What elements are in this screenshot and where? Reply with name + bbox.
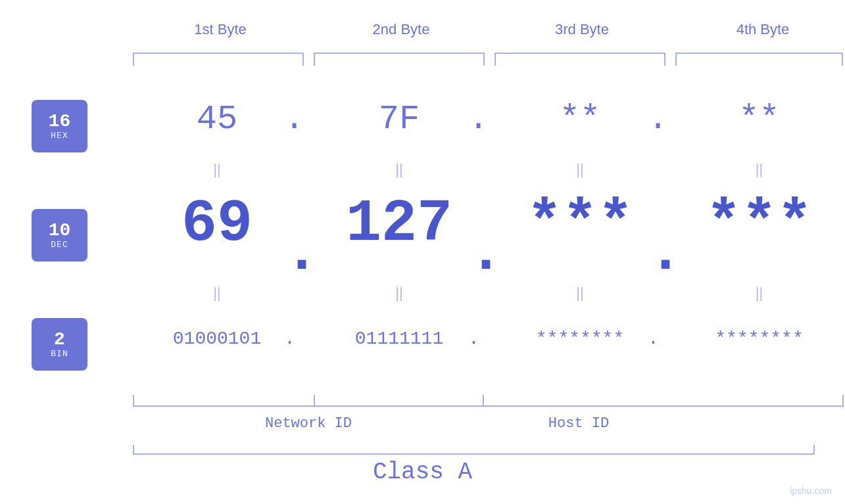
hex-val-4: ** bbox=[675, 100, 843, 139]
badge-hex: 16 HEX bbox=[32, 100, 87, 152]
col-header-3: 3rd Byte bbox=[493, 21, 671, 38]
badge-dec-label: DEC bbox=[51, 240, 68, 250]
col-header-2: 2nd Byte bbox=[312, 21, 490, 38]
dec-val-4: *** bbox=[675, 191, 843, 258]
equals-dec-bin-4: || bbox=[675, 286, 843, 300]
dec-val-2: 127 bbox=[314, 191, 485, 258]
class-label: Class A bbox=[0, 459, 845, 486]
equals-hex-dec-4: || bbox=[675, 162, 843, 177]
dec-val-3: *** bbox=[495, 191, 665, 258]
badge-dec: 10 DEC bbox=[32, 209, 87, 262]
bracket-host-id bbox=[314, 395, 844, 407]
badge-hex-label: HEX bbox=[51, 131, 68, 141]
bin-dot-1: . bbox=[284, 329, 295, 349]
hex-val-1: 45 bbox=[132, 100, 302, 139]
equals-dec-bin-3: || bbox=[495, 286, 665, 300]
bin-val-2: 01111111 bbox=[314, 329, 485, 349]
equals-dec-bin-1: || bbox=[132, 286, 302, 300]
bracket-top-3 bbox=[495, 53, 665, 66]
badge-dec-number: 10 bbox=[49, 221, 71, 240]
equals-dec-bin-2: || bbox=[314, 286, 485, 300]
bin-dot-3: . bbox=[648, 329, 659, 349]
hex-val-3: ** bbox=[495, 100, 665, 139]
hex-dot-2: . bbox=[468, 100, 489, 139]
badge-bin: 2 BIN bbox=[32, 318, 87, 371]
col-header-4: 4th Byte bbox=[674, 21, 845, 38]
equals-hex-dec-2: || bbox=[314, 162, 485, 177]
host-id-label: Host ID bbox=[314, 415, 844, 432]
hex-dot-3: . bbox=[648, 100, 668, 139]
dec-val-1: 69 bbox=[132, 191, 302, 258]
bin-val-3: ******** bbox=[495, 329, 665, 349]
equals-hex-dec-1: || bbox=[132, 162, 302, 177]
equals-hex-dec-3: || bbox=[495, 162, 665, 177]
bin-val-4: ******** bbox=[675, 329, 843, 349]
badge-bin-label: BIN bbox=[51, 349, 68, 359]
bracket-top-1 bbox=[133, 53, 304, 66]
bracket-top-4 bbox=[675, 53, 843, 66]
watermark: ipshu.com bbox=[790, 486, 832, 496]
bin-val-1: 01000101 bbox=[132, 329, 302, 349]
badge-bin-number: 2 bbox=[54, 331, 65, 349]
bin-dot-2: . bbox=[468, 329, 479, 349]
hex-dot-1: . bbox=[284, 100, 304, 139]
badge-hex-number: 16 bbox=[49, 112, 71, 131]
main-container: 16 HEX 10 DEC 2 BIN 1st Byte 2nd Byte 3r… bbox=[0, 0, 845, 504]
hex-val-2: 7F bbox=[314, 100, 485, 139]
col-header-1: 1st Byte bbox=[132, 21, 309, 38]
bracket-top-2 bbox=[314, 53, 485, 66]
bracket-full-bottom bbox=[133, 445, 815, 455]
